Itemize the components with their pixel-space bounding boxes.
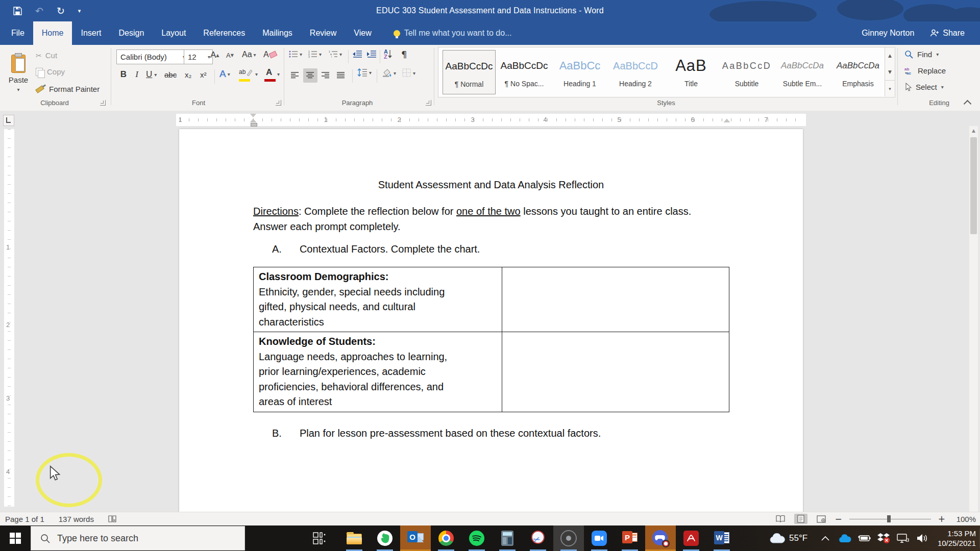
tab-review[interactable]: Review [301, 21, 345, 45]
show-paragraph-marks-button[interactable]: ¶ [401, 49, 407, 60]
proofing-status-icon[interactable] [108, 515, 116, 523]
taskbar-screen-recorder[interactable] [553, 525, 584, 551]
clipboard-dialog-launcher-icon[interactable] [100, 100, 106, 106]
taskbar-file-explorer[interactable] [339, 525, 370, 551]
table-cell-empty[interactable] [502, 332, 729, 412]
account-user-name[interactable]: Ginney Norton [862, 29, 914, 38]
font-color-caret[interactable]: ▾ [277, 71, 280, 77]
onedrive-icon[interactable] [835, 525, 854, 551]
line-spacing-button[interactable]: ▾ [357, 68, 372, 77]
text-highlight-caret[interactable]: ▾ [255, 71, 258, 77]
increase-indent-button[interactable] [366, 50, 377, 58]
change-case-button[interactable]: Aa▾ [242, 50, 256, 59]
horizontal-ruler[interactable]: 1 1 2 3 4 5 6 7 [176, 114, 806, 126]
taskbar-calculator[interactable] [492, 525, 523, 551]
styles-scroll-down-icon[interactable]: ▼ [885, 64, 895, 80]
clear-formatting-button[interactable]: A [263, 50, 277, 59]
find-button[interactable]: Find▾ [904, 50, 939, 59]
taskbar-chrome[interactable] [431, 525, 461, 551]
zoom-in-button[interactable]: + [938, 514, 945, 524]
word-count[interactable]: 137 words [59, 515, 94, 523]
copy-button[interactable]: Copy [36, 67, 65, 76]
taskbar-xbox-game-bar[interactable] [645, 525, 676, 551]
weather-cloud-icon[interactable] [766, 525, 789, 551]
battery-icon[interactable] [854, 525, 874, 551]
vertical-scrollbar[interactable]: ▲ [969, 126, 978, 512]
cut-button[interactable]: ✂ Cut [36, 51, 57, 60]
font-size-combobox[interactable]: 12▾ [184, 49, 213, 64]
tab-mailings[interactable]: Mailings [254, 21, 301, 45]
underline-button[interactable]: U▾ [146, 69, 157, 80]
start-button[interactable] [0, 525, 31, 551]
scrollbar-thumb[interactable] [970, 137, 977, 234]
shrink-font-button[interactable]: A▼ [226, 52, 234, 59]
speaker-icon[interactable] [913, 525, 932, 551]
grow-font-button[interactable]: A▲ [210, 50, 219, 60]
document-page[interactable]: Student Assessment and Data Analysis Ref… [179, 129, 803, 512]
styles-more-icon[interactable]: ▾ [885, 80, 895, 96]
right-indent-marker[interactable] [724, 119, 730, 122]
paste-button[interactable]: Paste ▾ [4, 49, 33, 98]
left-indent-marker[interactable] [251, 123, 257, 127]
taskbar-powerpoint[interactable]: P [615, 525, 645, 551]
taskbar-snip-sketch[interactable]: ✂ [523, 525, 553, 551]
table-cell-empty[interactable] [502, 267, 729, 332]
taskbar-zoom[interactable] [584, 525, 615, 551]
bold-button[interactable]: B [118, 69, 129, 80]
tab-design[interactable]: Design [110, 21, 153, 45]
taskbar-evernote[interactable] [370, 525, 400, 551]
page-indicator[interactable]: Page 1 of 1 [5, 515, 44, 523]
style-subtle-emphasis[interactable]: AaBbCcDaSubtle Em... [776, 50, 828, 93]
font-dialog-launcher-icon[interactable] [276, 100, 281, 106]
style-heading-2[interactable]: AaBbCcDHeading 2 [609, 50, 662, 93]
tell-me-box[interactable]: Tell me what you want to do... [394, 21, 512, 45]
italic-button[interactable]: I [133, 69, 141, 80]
align-left-button[interactable] [288, 68, 302, 83]
taskbar-acrobat[interactable] [676, 525, 706, 551]
contextual-factors-table[interactable]: Classroom Demographics: Ethnicity, gende… [253, 267, 729, 412]
tab-view[interactable]: View [345, 21, 380, 45]
taskbar-clock[interactable]: 1:53 PM 10/25/2021 [932, 529, 980, 548]
multilevel-list-button[interactable]: 1ai ▾ [329, 50, 342, 58]
strikethrough-button[interactable]: abc [164, 70, 177, 79]
tab-file[interactable]: File [0, 21, 33, 45]
network-display-icon[interactable] [893, 525, 913, 551]
font-family-combobox[interactable]: Calibri (Body)▾ [116, 49, 188, 64]
tab-stop-selector[interactable] [3, 115, 14, 126]
align-center-button[interactable] [303, 68, 317, 83]
style-emphasis[interactable]: AaBbCcDaEmphasis [832, 50, 884, 93]
taskbar-spotify[interactable] [461, 525, 492, 551]
select-button[interactable]: Select▾ [904, 83, 944, 91]
style-title[interactable]: AaBTitle [665, 50, 717, 93]
style-heading-1[interactable]: AaBbCcHeading 1 [554, 50, 606, 93]
taskbar-outlook[interactable]: O [400, 525, 431, 551]
tray-chevron-up-icon[interactable] [816, 525, 835, 551]
align-right-button[interactable] [318, 68, 333, 83]
dropbox-sync-error-icon[interactable] [874, 525, 893, 551]
hanging-indent-marker[interactable] [250, 119, 256, 122]
styles-scroll-up-icon[interactable]: ▲ [885, 47, 895, 64]
web-layout-button[interactable] [815, 514, 828, 524]
zoom-slider-thumb[interactable] [887, 515, 891, 522]
zoom-percentage[interactable]: 100% [952, 515, 976, 523]
decrease-indent-button[interactable] [352, 50, 362, 58]
paragraph-dialog-launcher-icon[interactable] [426, 100, 431, 106]
taskbar-word[interactable]: W [706, 525, 737, 551]
bullets-button[interactable]: ▾ [289, 50, 302, 58]
read-mode-button[interactable] [774, 514, 787, 524]
vertical-ruler[interactable]: 1 2 3 4 [4, 129, 14, 507]
subscript-button[interactable]: x₂ [185, 70, 191, 79]
text-highlight-button[interactable]: ab [238, 68, 253, 83]
share-button[interactable]: Share [929, 29, 965, 38]
justify-button[interactable] [334, 68, 348, 83]
tab-home[interactable]: Home [33, 21, 72, 45]
shading-button[interactable]: ▾ [382, 68, 396, 78]
tab-references[interactable]: References [194, 21, 254, 45]
style-no-spacing[interactable]: AaBbCcDc¶ No Spac... [498, 50, 550, 93]
replace-button[interactable]: abac Replace [904, 66, 946, 75]
tab-layout[interactable]: Layout [153, 21, 194, 45]
zoom-slider[interactable] [849, 515, 931, 522]
scroll-up-icon[interactable]: ▲ [969, 126, 978, 135]
print-layout-button[interactable] [794, 514, 807, 524]
font-color-button[interactable]: A [263, 68, 277, 83]
